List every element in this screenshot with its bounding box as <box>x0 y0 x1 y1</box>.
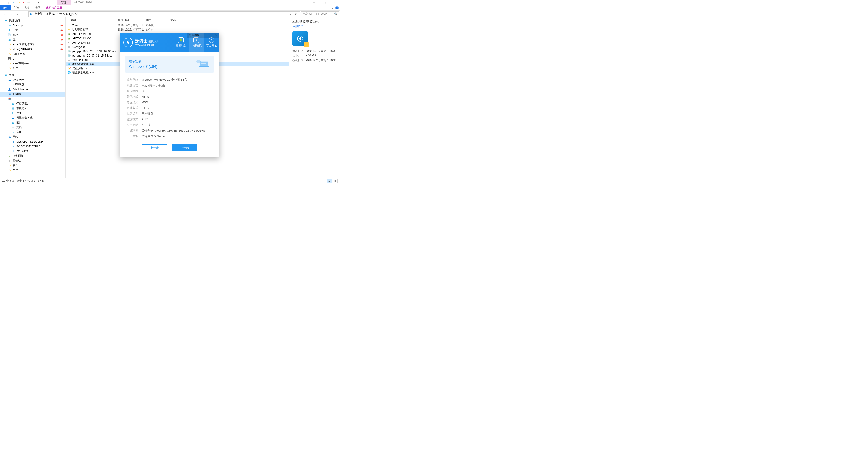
next-button[interactable]: 下一步 <box>172 145 197 151</box>
chevron-icon[interactable]: › <box>32 13 34 15</box>
info-label: 安全启动 <box>126 123 142 127</box>
ribbon-tab-apptools[interactable]: 应用程序工具 <box>43 5 65 10</box>
col-name[interactable]: ▢ 名称 ˄ <box>66 18 116 22</box>
popup-menu-icon[interactable]: ≡ <box>202 34 208 37</box>
tree-item[interactable]: 🗀图片 <box>0 66 65 70</box>
info-row: 磁盘模式AHCI <box>126 117 213 122</box>
tree-item[interactable]: 🖥PC-20190530OBLA <box>0 144 65 149</box>
addr-dropdown-icon[interactable]: ⌄ <box>288 12 293 15</box>
popup-nav-usb[interactable]: 🔋 启动U盘 <box>173 33 188 52</box>
tree-item[interactable]: 📚库 <box>0 97 65 101</box>
popup-minimize-icon[interactable]: ─ <box>208 34 213 37</box>
popup-close-icon[interactable]: ✕ <box>213 34 219 37</box>
picture-icon: 🖼 <box>11 121 15 125</box>
maximize-button[interactable]: ▢ <box>319 0 330 5</box>
view-icons-button[interactable]: ▦ <box>333 179 338 183</box>
tree-label: 网络 <box>13 135 18 139</box>
tree-desktop[interactable]: 🖥桌面 <box>0 73 65 77</box>
minimize-button[interactable]: ─ <box>309 0 319 5</box>
tree-recycle[interactable]: 🗑回收站 <box>0 158 65 163</box>
tree-item[interactable]: 🗀文件 <box>0 168 65 173</box>
tree-item[interactable]: 🖥DESKTOP-LSSOEDP <box>0 139 65 144</box>
pin-icon: 📌 <box>60 38 64 41</box>
help-icon[interactable]: ? <box>336 6 339 9</box>
tree-label: ZMT2019 <box>16 150 28 153</box>
tree-controlpanel[interactable]: ⚙控制面板 <box>0 154 65 158</box>
tree-item[interactable]: 🎞视频 <box>0 111 65 116</box>
download-icon: ⬇ <box>8 29 11 32</box>
chevron-icon[interactable]: › <box>43 13 45 15</box>
tree-item[interactable]: 👤Administrator <box>0 87 65 92</box>
tree-item[interactable]: ☁OneDrive <box>0 77 65 82</box>
tree-label: 图片 <box>16 121 22 125</box>
file-icon: ▤ <box>67 45 71 49</box>
tree-item[interactable]: 🗀win7重装win7 <box>0 61 65 66</box>
file-icon: ▣ <box>67 32 71 36</box>
up-button[interactable]: ↑ <box>21 12 26 16</box>
tree-item[interactable]: 🖼图片 <box>0 120 65 125</box>
ribbon-tab-view[interactable]: 查看 <box>33 5 43 10</box>
tree-item[interactable]: ♪音乐 <box>0 130 65 134</box>
col-size[interactable]: 大小 <box>168 18 193 22</box>
tree-item[interactable]: 🖥ZMT2019 <box>0 149 65 154</box>
tree-item[interactable]: 📄文档 <box>0 125 65 130</box>
recent-dropdown[interactable]: ⌄ <box>15 13 20 15</box>
ribbon-file[interactable]: 文件 <box>0 5 11 10</box>
qat-dropdown-icon[interactable]: ▾ <box>36 0 41 5</box>
tree-label: OneDrive <box>13 79 24 82</box>
breadcrumb-seg[interactable]: 此电脑 <box>34 12 43 16</box>
breadcrumb-seg[interactable]: Win7x64_2020 <box>59 12 78 15</box>
tree-quick-access[interactable]: ★快速访问 <box>0 18 65 23</box>
breadcrumb-seg[interactable]: 文档 (E:) <box>45 12 57 16</box>
tree-item[interactable]: ☁WPS网盘 <box>0 82 65 87</box>
refresh-icon[interactable]: ⟳ <box>293 12 299 15</box>
details-title: 本地硬盘安装.exe <box>292 20 337 24</box>
col-date[interactable]: 修改日期 <box>116 18 144 22</box>
qat-properties-icon[interactable]: ✓ <box>11 0 16 5</box>
file-row[interactable]: 🗀Tools2020/12/25, 星期五 1...文件夹 <box>66 23 289 28</box>
tree-item[interactable]: 🖼本机照片 <box>0 106 65 111</box>
col-type[interactable]: 类型 <box>144 18 168 22</box>
search-placeholder: 搜索"Win7x64_2020" <box>302 12 328 16</box>
tree-item[interactable]: 📄文档📌 <box>0 33 65 37</box>
tree-item[interactable]: 🗀YUNQISHI2019📌 <box>0 47 65 52</box>
tree-item[interactable]: 🗀excel表格制作求和📌 <box>0 42 65 47</box>
prev-button[interactable]: 上一步 <box>142 145 167 151</box>
ribbon-tab-home[interactable]: 主页 <box>11 5 22 10</box>
file-row[interactable]: 🗀U盘安装教程2020/12/25, 星期五 1...文件夹 <box>66 28 289 32</box>
qat-newfolder-icon[interactable]: 🗀 <box>16 0 21 5</box>
tree-item[interactable]: 🖼保存的图片 <box>0 101 65 106</box>
ribbon-expand-icon[interactable]: ⌄ <box>331 6 334 9</box>
tree-item[interactable]: 🗀Bandicam <box>0 52 65 56</box>
qat-undo-icon[interactable]: ↶ <box>26 0 31 5</box>
ribbon-tab-share[interactable]: 共享 <box>22 5 33 10</box>
details-value: 2020/12/25, 星期五 16:33 <box>306 59 337 62</box>
qat-rename-icon[interactable]: ▭ <box>31 0 36 5</box>
view-details-button[interactable]: ☰ <box>327 179 332 183</box>
document-icon: 📄 <box>11 126 15 129</box>
tree-item[interactable]: 💾G:\ <box>0 56 65 61</box>
back-button[interactable]: ← <box>2 12 7 16</box>
logo-main: 云骑士 <box>135 38 148 43</box>
qat-delete-icon[interactable]: ✕ <box>21 0 26 5</box>
qat-folder-icon[interactable]: 🗀 <box>1 0 6 5</box>
tree-item[interactable]: ⬇下载📌 <box>0 28 65 33</box>
tree-network[interactable]: 🖧网络 <box>0 134 65 139</box>
tree-item[interactable]: 🖥Desktop📌 <box>0 23 65 28</box>
forward-button[interactable]: → <box>8 12 13 16</box>
popup-contact[interactable]: 联系客服 <box>187 34 202 37</box>
pc-icon: 🖥 <box>11 150 15 153</box>
tree-item-thispc[interactable]: 🖥此电脑 <box>0 92 65 97</box>
info-label: 系统盘符 <box>126 89 142 93</box>
tree-item[interactable]: 🗀软件 <box>0 163 65 168</box>
tree-item[interactable]: 🖼图片📌 <box>0 37 65 42</box>
close-button[interactable]: ✕ <box>330 0 340 5</box>
address-bar[interactable]: 🖥 › 此电脑 › 文档 (E:) › Win7x64_2020 ⌄ ⟳ <box>29 11 300 17</box>
info-value: 不支持 <box>142 123 150 127</box>
popup-logo: 云骑士 装机大师 www.yunqishi.net <box>120 38 159 47</box>
search-input[interactable]: 搜索"Win7x64_2020" 🔍 <box>301 11 339 17</box>
ribbon: 文件 主页 共享 查看 应用程序工具 ⌄ ? <box>0 5 340 11</box>
info-value: C: <box>142 89 145 93</box>
tree-item[interactable]: ☁天翼云盘下载 <box>0 116 65 120</box>
chevron-icon[interactable]: › <box>57 13 59 15</box>
